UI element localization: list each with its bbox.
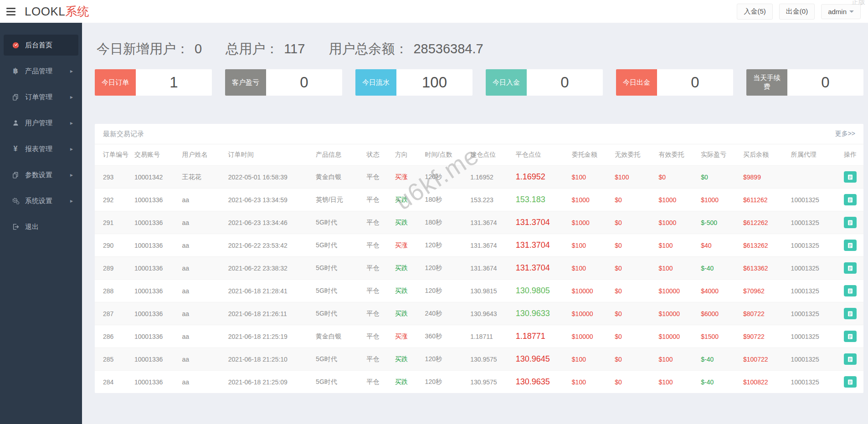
order-detail-button[interactable] [844, 285, 857, 296]
cell-order-id: 286 [95, 325, 132, 348]
order-detail-button[interactable] [844, 262, 857, 274]
cell-account: 10001336 [132, 189, 180, 211]
cell-account: 10001336 [132, 234, 180, 257]
cell-valid: $10000 [656, 325, 698, 348]
cell-actions [841, 234, 863, 257]
sidebar-item-3[interactable]: 订单管理▸ [4, 87, 78, 107]
kpi-card-value: 0 [787, 69, 863, 96]
dashboard-icon [11, 41, 20, 49]
withdraw-button[interactable]: 出金(0) [779, 4, 815, 20]
order-detail-button[interactable] [844, 308, 857, 319]
sidebar-item-6[interactable]: 参数设置▸ [4, 164, 78, 185]
cell-username: aa [180, 325, 226, 348]
cell-close-point: 131.3704 [513, 211, 569, 234]
cell-direction: 买涨 [392, 166, 422, 189]
cell-order-id: 288 [95, 280, 132, 302]
cell-username: aa [180, 211, 226, 234]
cell-direction: 买跌 [392, 302, 422, 325]
cell-agent: 10001325 [788, 302, 841, 325]
column-header: 无效委托 [612, 144, 656, 166]
cell-profit: $1500 [698, 325, 740, 348]
cell-order-time: 2021-06-22 23:38:32 [226, 257, 313, 280]
kpi-card-value: 0 [527, 69, 603, 96]
column-header: 所属代理 [788, 144, 841, 166]
more-link[interactable]: 更多>> [835, 130, 855, 138]
cell-actions [841, 348, 863, 371]
cell-status: 平仓 [364, 166, 392, 189]
kpi-card-6: 当天手续费0 [746, 69, 863, 96]
order-detail-button[interactable] [844, 353, 857, 365]
cell-close-point: 131.3704 [513, 234, 569, 257]
table-row: 28410001336aa2021-06-18 21:25:095G时代平仓买跌… [95, 371, 863, 393]
document-icon [847, 242, 853, 249]
order-detail-button[interactable] [844, 240, 857, 251]
column-header: 有效委托 [656, 144, 698, 166]
stat-total-balance: 用户总余额：28536384.7 [329, 40, 483, 58]
admin-dropdown[interactable]: admin [821, 4, 861, 19]
cell-direction: 买涨 [392, 325, 422, 348]
stat-total-users: 总用户：117 [226, 40, 305, 58]
sidebar-item-5[interactable]: ¥报表管理▸ [4, 138, 78, 159]
cell-valid: $100 [656, 348, 698, 371]
cell-duration: 120秒 [422, 371, 468, 393]
cell-valid: $100 [656, 234, 698, 257]
cell-status: 平仓 [364, 189, 392, 211]
cell-order-id: 290 [95, 234, 132, 257]
cell-order-time: 2021-06-18 21:25:19 [226, 325, 313, 348]
cell-username: aa [180, 302, 226, 325]
stat-total-users-value: 117 [284, 41, 305, 56]
table-row: 28610001336aa2021-06-18 21:25:19黄金白银平仓买涨… [95, 325, 863, 348]
cell-actions [841, 211, 863, 234]
cell-close-point: 130.9635 [513, 371, 569, 393]
orders-files-icon [11, 93, 20, 101]
sidebar-item-label: 产品管理 [25, 67, 52, 76]
cell-profit: $4000 [698, 280, 740, 302]
cell-close-point: 131.3704 [513, 257, 569, 280]
cell-open-point: 1.16952 [467, 166, 513, 189]
order-detail-button[interactable] [844, 194, 857, 205]
document-icon [847, 265, 853, 271]
cell-status: 平仓 [364, 280, 392, 302]
cell-actions [841, 257, 863, 280]
cell-direction: 买跌 [392, 257, 422, 280]
order-detail-button[interactable] [844, 171, 857, 183]
cell-open-point: 131.3674 [467, 257, 513, 280]
chevron-right-icon: ▸ [70, 146, 73, 152]
cell-status: 平仓 [364, 234, 392, 257]
cell-account: 10001336 [132, 211, 180, 234]
cell-order-id: 287 [95, 302, 132, 325]
sidebar-item-4[interactable]: 用户管理▸ [4, 112, 78, 133]
cell-order-time: 2021-06-23 13:34:46 [226, 211, 313, 234]
cell-username: 王花花 [180, 166, 226, 189]
sidebar-item-1[interactable]: 后台首页 [4, 35, 78, 56]
cell-order-time: 2021-06-18 21:26:11 [226, 302, 313, 325]
cell-agent: 10001325 [788, 371, 841, 393]
cell-open-point: 1.18711 [467, 325, 513, 348]
order-detail-button[interactable] [844, 376, 857, 388]
order-detail-button[interactable] [844, 217, 857, 228]
sidebar-item-label: 订单管理 [25, 93, 52, 102]
stat-new-users: 今日新增用户：0 [97, 40, 202, 58]
cell-order-time: 2021-06-18 21:25:10 [226, 348, 313, 371]
sidebar-item-8[interactable]: 退出 [4, 216, 78, 237]
cell-open-point: 130.9815 [467, 280, 513, 302]
document-icon [847, 311, 853, 317]
cell-agent: 10001325 [788, 348, 841, 371]
sidebar-item-2[interactable]: ฿产品管理▸ [4, 61, 78, 82]
column-header: 平仓点位 [513, 144, 569, 166]
cell-duration: 180秒 [422, 189, 468, 211]
topbar: LOOKL系统 入金(5) 出金(0) admin 正版 [0, 0, 868, 23]
order-detail-button[interactable] [844, 331, 857, 342]
cell-product: 黄金白银 [313, 325, 364, 348]
cell-product: 英镑/日元 [313, 189, 364, 211]
cell-amount: $10000 [569, 325, 612, 348]
params-files-icon [11, 171, 20, 179]
cell-account: 10001336 [132, 325, 180, 348]
sidebar-item-7[interactable]: 系统设置▸ [4, 190, 78, 211]
menu-toggle-icon[interactable] [6, 5, 18, 17]
panel-title: 最新交易记录 [103, 130, 144, 138]
deposit-button[interactable]: 入金(5) [737, 4, 772, 20]
chevron-right-icon: ▸ [70, 172, 73, 178]
cell-order-time: 2021-06-23 13:34:59 [226, 189, 313, 211]
cell-product: 5G时代 [313, 371, 364, 393]
